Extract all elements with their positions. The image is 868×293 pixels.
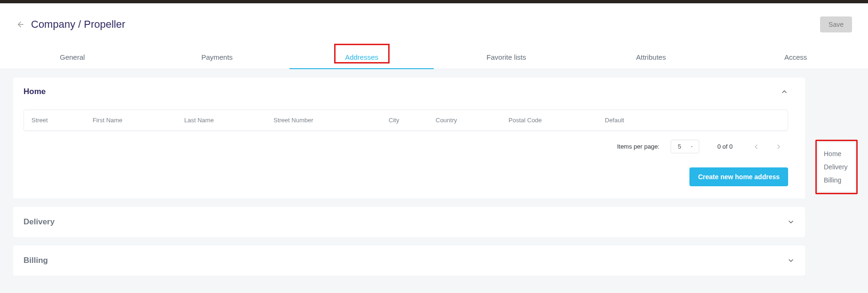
chevron-down-icon	[787, 257, 795, 264]
tab-label: Favorite lists	[486, 53, 526, 61]
page-header: Company / Propeller Save	[0, 3, 868, 46]
tab-addresses[interactable]: Addresses	[289, 46, 434, 69]
col-country: Country	[436, 117, 508, 124]
back-arrow-icon[interactable]	[16, 20, 25, 29]
tab-attributes[interactable]: Attributes	[579, 46, 723, 69]
tab-general[interactable]: General	[0, 46, 145, 69]
col-last-name: Last Name	[184, 117, 274, 124]
side-nav-delivery[interactable]: Delivery	[824, 160, 849, 174]
chevron-down-icon	[787, 218, 795, 226]
items-per-page-select[interactable]: 5	[671, 140, 699, 153]
section-billing-header[interactable]: Billing	[23, 255, 795, 266]
section-home-header[interactable]: Home	[23, 87, 788, 96]
header-left: Company / Propeller	[16, 18, 125, 31]
col-postal-code: Postal Code	[508, 117, 605, 124]
side-nav-billing[interactable]: Billing	[824, 174, 849, 187]
tab-label: Addresses	[345, 53, 378, 61]
content-area: Home Delivery Billing Home Street First …	[0, 69, 868, 293]
section-delivery-header[interactable]: Delivery	[23, 216, 795, 228]
tab-label: Payments	[201, 53, 233, 61]
tab-label: Attributes	[636, 53, 666, 61]
chevron-right-icon	[775, 143, 782, 150]
tab-payments[interactable]: Payments	[145, 46, 289, 69]
next-page-button[interactable]	[773, 141, 784, 152]
prev-page-button[interactable]	[751, 141, 762, 152]
tab-label: General	[60, 53, 85, 61]
section-side-nav: Home Delivery Billing	[818, 143, 855, 191]
col-first-name: First Name	[93, 117, 184, 124]
section-billing: Billing	[13, 245, 805, 276]
chevron-up-icon	[781, 88, 788, 95]
table-header-row: Street First Name Last Name Street Numbe…	[24, 110, 788, 131]
tab-favorite-lists[interactable]: Favorite lists	[434, 46, 579, 69]
tabs-bar: General Payments Addresses Favorite list…	[0, 46, 868, 69]
section-delivery-title: Delivery	[23, 217, 55, 227]
chevron-left-icon	[752, 143, 760, 150]
pagination: Items per page: 5 0 of 0	[23, 131, 788, 155]
pagination-range: 0 of 0	[717, 143, 733, 150]
col-street-number: Street Number	[274, 117, 389, 124]
page-title: Company / Propeller	[31, 18, 125, 31]
items-per-page-value: 5	[678, 143, 681, 150]
items-per-page-label: Items per page:	[617, 143, 659, 150]
col-city: City	[389, 117, 436, 124]
chevron-down-icon	[689, 144, 694, 149]
section-billing-title: Billing	[23, 256, 48, 265]
window-topbar	[0, 0, 868, 3]
section-delivery: Delivery	[13, 207, 805, 237]
tab-label: Access	[784, 53, 807, 61]
save-button[interactable]: Save	[820, 16, 852, 32]
tab-access[interactable]: Access	[723, 46, 868, 69]
create-new-home-address-button[interactable]: Create new home address	[689, 167, 788, 186]
create-button-row: Create new home address	[23, 155, 788, 189]
side-nav-home[interactable]: Home	[824, 147, 849, 160]
home-addresses-table: Street First Name Last Name Street Numbe…	[23, 110, 788, 131]
section-home: Home Street First Name Last Name Street …	[13, 78, 805, 198]
col-default: Default	[605, 117, 647, 124]
col-street: Street	[31, 117, 93, 124]
section-home-title: Home	[23, 87, 46, 96]
